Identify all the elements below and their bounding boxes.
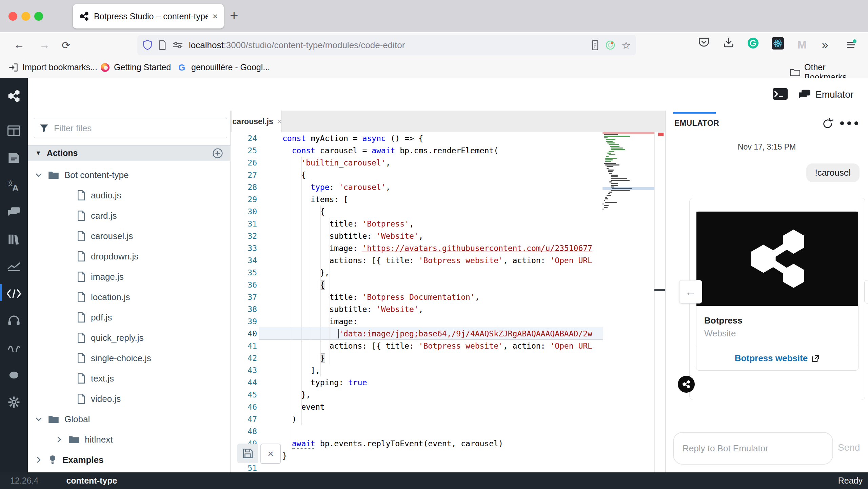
code-line[interactable]: typing: true xyxy=(282,376,367,389)
url-bar[interactable]: localhost:3000/studio/content-type/modul… xyxy=(137,35,636,55)
sidebar-item-botpress-logo[interactable] xyxy=(0,86,28,105)
code-line[interactable]: image: xyxy=(282,315,358,328)
sidebar-item-hitl[interactable] xyxy=(0,311,28,330)
tree-item-video-js[interactable]: video.js xyxy=(28,389,231,409)
code-line[interactable]: await bp.events.replyToEvent(event, caro… xyxy=(282,437,503,450)
overflow-chevron-icon[interactable]: » xyxy=(822,38,828,51)
tree-item-global[interactable]: Global xyxy=(28,409,231,429)
tree-item-dropdown-js[interactable]: dropdown.js xyxy=(28,246,231,267)
permissions-icon[interactable] xyxy=(173,41,183,49)
code-line[interactable]: title: 'Botpress Documentation', xyxy=(282,291,480,303)
actions-section-header[interactable]: ▼ Actions xyxy=(28,145,231,161)
tree-item-hitlnext[interactable]: hitlnext xyxy=(28,429,231,450)
tree-item-single-choice-js[interactable]: single-choice.js xyxy=(28,348,231,368)
chevron-right-icon[interactable] xyxy=(55,435,63,444)
editor-tab-carousel[interactable]: carousel.js × xyxy=(232,111,282,132)
sidebar-item-misunderstood[interactable] xyxy=(0,338,28,357)
emulator-toggle-button[interactable]: Emulator xyxy=(798,89,853,100)
pocket-icon[interactable] xyxy=(698,37,709,47)
tracking-shield-icon[interactable] xyxy=(143,40,152,50)
tree-item-location-js[interactable]: location.js xyxy=(28,287,231,307)
sidebar-item-content[interactable] xyxy=(0,149,28,168)
browser-tab[interactable]: Botpress Studio – content-type × xyxy=(73,4,224,28)
sidebar-item-nlu[interactable]: 文A xyxy=(0,176,28,195)
reload-button[interactable]: ⟳ xyxy=(62,39,70,51)
code-line[interactable]: } xyxy=(282,450,287,462)
sidebar-item-code-editor[interactable] xyxy=(0,284,28,303)
carousel-prev-button[interactable]: ← xyxy=(679,280,702,304)
close-editor-button[interactable]: × xyxy=(260,444,281,464)
carousel-next-button[interactable] xyxy=(864,280,868,304)
code-line[interactable]: subtitle: 'Website', xyxy=(282,303,423,315)
menu-button[interactable] xyxy=(846,39,856,50)
reply-input[interactable] xyxy=(683,443,824,454)
minimap[interactable] xyxy=(603,132,654,220)
reset-conversation-button[interactable] xyxy=(822,118,833,130)
code-line[interactable]: type: 'carousel', xyxy=(282,181,391,193)
tree-item-audio-js[interactable]: audio.js xyxy=(28,185,231,206)
panel-resize-handle[interactable] xyxy=(654,289,665,291)
code-line[interactable]: const myAction = async () => { xyxy=(282,132,423,144)
tree-item-carousel-js[interactable]: carousel.js xyxy=(28,226,231,246)
card-action-button[interactable]: Botpress website xyxy=(696,346,858,370)
code-line[interactable]: const carousel = await bp.cms.renderElem… xyxy=(282,144,498,157)
tree-item-image-js[interactable]: image.js xyxy=(28,267,231,287)
code-line[interactable]: { xyxy=(282,206,325,218)
code-line[interactable]: }, xyxy=(282,267,329,279)
extension-m-icon[interactable]: M xyxy=(797,39,807,51)
more-options-button[interactable] xyxy=(840,121,858,125)
filter-files-input[interactable] xyxy=(54,123,221,134)
code-line[interactable]: items: [ xyxy=(282,193,348,206)
tab-close-icon[interactable]: × xyxy=(213,11,218,22)
terminal-button[interactable] xyxy=(773,88,788,100)
react-devtools-icon[interactable] xyxy=(772,37,784,50)
sidebar-item-broadcast[interactable] xyxy=(0,366,28,385)
chevron-down-icon[interactable] xyxy=(35,415,43,423)
chevron-down-icon[interactable] xyxy=(35,171,43,179)
back-button[interactable]: ← xyxy=(14,39,24,51)
grammarly-icon[interactable] xyxy=(747,37,759,49)
tree-item-text-js[interactable]: text.js xyxy=(28,368,231,389)
code-line[interactable]: event xyxy=(282,401,325,413)
code-line[interactable]: { xyxy=(282,279,325,291)
page-info-icon[interactable] xyxy=(158,40,166,50)
code-line[interactable]: } xyxy=(282,352,325,364)
reply-field[interactable] xyxy=(673,432,833,465)
code-line[interactable]: 'builtin_carousel', xyxy=(282,157,391,169)
extension-orbit-icon[interactable] xyxy=(605,40,615,50)
bookmark-import[interactable]: Import bookmarks... xyxy=(9,62,97,72)
code-line[interactable]: { xyxy=(282,169,306,181)
reader-mode-icon[interactable] xyxy=(591,40,599,50)
bookmark-star-icon[interactable]: ☆ xyxy=(622,39,631,51)
code-line[interactable]: }, xyxy=(282,389,311,401)
send-button[interactable]: Send xyxy=(838,442,860,453)
editor-tab-close-icon[interactable]: × xyxy=(277,118,281,125)
code-content[interactable]: const myAction = async () => { const car… xyxy=(282,132,603,472)
sidebar-item-library[interactable] xyxy=(0,230,28,249)
add-action-button[interactable] xyxy=(212,148,223,159)
tree-item-pdf-js[interactable]: pdf.js xyxy=(28,307,231,328)
sidebar-item-flows[interactable] xyxy=(0,121,28,140)
code-line[interactable]: subtitle: 'Website', xyxy=(282,230,423,242)
window-close-button[interactable] xyxy=(8,12,17,21)
filter-files-field[interactable] xyxy=(34,118,227,138)
sidebar-item-analytics[interactable] xyxy=(0,257,28,276)
code-line[interactable]: actions: [{ title: 'Botpress website', a… xyxy=(282,340,592,352)
bookmark-getting-started[interactable]: Getting Started xyxy=(100,62,171,72)
code-line[interactable]: image: 'https://avatars.githubuserconten… xyxy=(282,242,592,254)
window-maximize-button[interactable] xyxy=(34,12,43,21)
code-line[interactable]: ) xyxy=(282,413,297,425)
bookmark-google[interactable]: G genouillère - Googl... xyxy=(178,62,270,72)
tree-item-quick-reply-js[interactable]: quick_reply.js xyxy=(28,328,231,348)
sidebar-item-settings[interactable] xyxy=(0,393,28,412)
chevron-right-icon[interactable] xyxy=(35,456,43,464)
save-button[interactable] xyxy=(237,444,258,463)
tree-item-examples[interactable]: Examples xyxy=(28,450,231,470)
window-minimize-button[interactable] xyxy=(21,12,30,21)
new-tab-button[interactable]: + xyxy=(230,7,238,24)
sidebar-item-chat[interactable] xyxy=(0,203,28,222)
tree-item-card-js[interactable]: card.js xyxy=(28,206,231,226)
downloads-icon[interactable] xyxy=(723,37,734,47)
code-line[interactable]: 'data:image/jpeg;base64,/9j/4AAQSkZJRgAB… xyxy=(282,328,592,340)
code-line[interactable]: actions: [{ title: 'Botpress website', a… xyxy=(282,254,592,267)
